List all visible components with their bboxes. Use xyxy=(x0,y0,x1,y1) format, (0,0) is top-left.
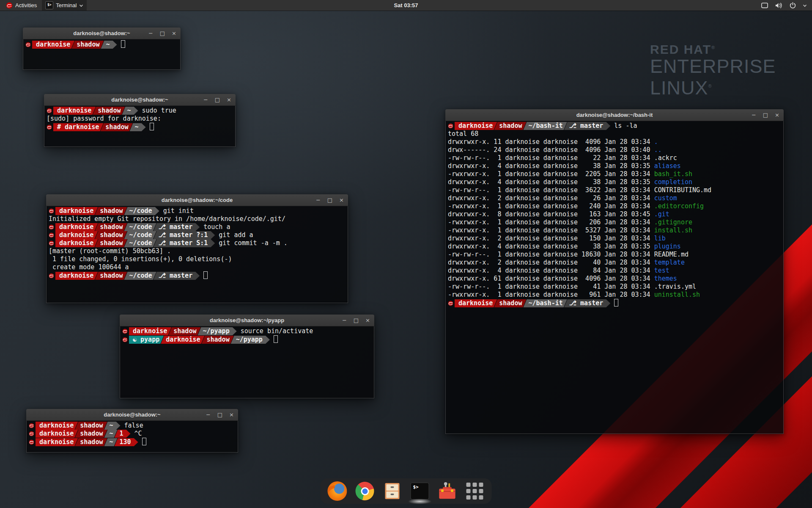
output-line: -rw-rw-r--. 1 darknoise darknoise 18630 … xyxy=(448,251,781,259)
redhat-prompt-icon xyxy=(47,124,52,130)
redhat-prompt-icon xyxy=(29,431,35,436)
prompt-segment: darknoise xyxy=(129,327,171,335)
redhat-prompt-icon xyxy=(49,208,55,214)
activities-button[interactable]: Activities xyxy=(3,0,39,11)
maximize-button[interactable]: □ xyxy=(763,109,768,121)
prompt-segment: ⎇ master xyxy=(154,223,200,231)
prompt-segment: ~/code xyxy=(124,231,156,239)
terminal-content[interactable]: darknoiseshadow~ xyxy=(23,39,181,70)
terminal-cursor xyxy=(121,40,125,48)
system-tray[interactable] xyxy=(761,0,807,11)
output-text: -rwxrwxr-x. 1 darknoise darknoise 961 Ja… xyxy=(448,291,654,298)
minimize-button[interactable]: − xyxy=(316,194,321,206)
maximize-button[interactable]: □ xyxy=(354,315,359,326)
window-titlebar[interactable]: darknoise@shadow:~ − □ × xyxy=(44,94,236,106)
window-titlebar[interactable]: darknoise@shadow:~/code − □ × xyxy=(46,194,348,206)
prompt-segment: shadow xyxy=(95,272,127,280)
output-text: drwxrwxr-x. 4 darknoise darknoise 38 Jan… xyxy=(448,162,654,170)
command-text: git add a xyxy=(215,231,253,239)
output-line: drwxrwxr-x. 4 darknoise darknoise 38 Jan… xyxy=(448,162,781,170)
dock-item-chrome[interactable] xyxy=(355,481,375,501)
dock-item-firefox[interactable] xyxy=(328,481,347,501)
prompt-line: darknoiseshadow~/code⎇ master touch a xyxy=(49,223,346,231)
output-text: .travis.yml xyxy=(654,283,696,290)
close-button[interactable]: × xyxy=(229,409,234,420)
maximize-button[interactable]: □ xyxy=(217,409,222,420)
app-menu-label: Terminal xyxy=(56,2,77,8)
close-button[interactable]: × xyxy=(172,28,176,39)
prompt-segment: 130 xyxy=(115,438,138,446)
output-line: -rwxrwxr-x. 1 darknoise darknoise 2205 J… xyxy=(448,170,781,178)
prompt-segment: ~/code xyxy=(124,207,159,215)
output-line: drwxrwxr-x. 8 darknoise darknoise 163 Ja… xyxy=(448,210,781,218)
close-button[interactable]: × xyxy=(339,194,344,206)
dock-item-terminal[interactable]: $> xyxy=(410,481,430,501)
output-text: -rwxrwxr-x. 1 darknoise darknoise 206 Ja… xyxy=(448,218,654,226)
minimize-button[interactable]: − xyxy=(342,315,347,326)
output-line: -rwxrwxr-x. 1 darknoise darknoise 206 Ja… xyxy=(448,218,781,226)
terminal-window-exitcodes: darknoise@shadow:~ − □ × darknoiseshadow… xyxy=(26,409,238,453)
prompt-line: darknoiseshadow~/pyapp source bin/activa… xyxy=(122,327,372,335)
chevron-down-icon[interactable] xyxy=(803,4,807,7)
terminal-content[interactable]: darknoiseshadow~/code git initInitialize… xyxy=(46,206,348,303)
terminal-content[interactable]: darknoiseshadow~ sudo true[sudo] passwor… xyxy=(44,106,236,147)
output-line: Initialized empty Git repository in /hom… xyxy=(49,215,346,223)
window-titlebar[interactable]: darknoise@shadow:~ − □ × xyxy=(26,409,238,421)
maximize-button[interactable]: □ xyxy=(327,194,332,206)
output-line: drwxrwxr-x. 61 darknoise darknoise 4096 … xyxy=(448,275,781,283)
prompt-segment: shadow xyxy=(95,239,127,247)
maximize-button[interactable]: □ xyxy=(215,94,220,105)
display-icon[interactable] xyxy=(761,2,768,9)
prompt-segment: ☯ pyapp xyxy=(129,336,164,344)
dock-item-app-grid[interactable] xyxy=(465,481,485,501)
output-line: drwxrwxr-x. 11 darknoise darknoise 4096 … xyxy=(448,138,781,146)
close-button[interactable]: × xyxy=(365,315,370,326)
prompt-line: darknoiseshadow~/bash-it⎇ master ls -la xyxy=(448,122,781,130)
output-text: . xyxy=(654,138,658,146)
minimize-button[interactable]: − xyxy=(203,94,208,105)
minimize-button[interactable]: − xyxy=(752,109,756,121)
volume-icon[interactable] xyxy=(775,2,783,9)
window-titlebar[interactable]: darknoise@shadow:~/pyapp − □ × xyxy=(120,315,374,326)
redhat-prompt-icon xyxy=(47,108,52,113)
prompt-segment: shadow xyxy=(75,438,107,446)
clock[interactable]: Sat 03:57 xyxy=(394,2,418,8)
output-line: [master (root-commit) 50bcb63] . xyxy=(49,247,346,255)
command-text: ^C xyxy=(131,430,142,437)
app-menu-terminal[interactable]: $> Terminal xyxy=(42,0,87,11)
output-text: bash_it.sh xyxy=(654,170,692,178)
output-line: drwxrwxr-x. 4 darknoise darknoise 38 Jan… xyxy=(448,178,781,186)
terminal-content[interactable]: darknoiseshadow~/bash-it⎇ master ls -lat… xyxy=(445,121,784,434)
prompt-segment: ⎇ master xyxy=(564,299,611,307)
window-titlebar[interactable]: darknoise@shadow:~/bash-it − □ × xyxy=(445,109,784,121)
dock-item-files[interactable] xyxy=(383,481,402,501)
chrome-icon xyxy=(356,482,374,500)
prompt-line: darknoiseshadow~/code⎇ master xyxy=(49,271,346,279)
output-text: .git xyxy=(654,210,669,218)
terminal-content[interactable]: darknoiseshadow~/pyapp source bin/activa… xyxy=(120,326,374,398)
prompt-segment: shadow xyxy=(75,430,107,438)
window-titlebar[interactable]: darknoise@shadow:~ − □ × xyxy=(23,28,181,39)
command-text: touch a xyxy=(200,223,230,231)
window-title: darknoise@shadow:~/pyapp xyxy=(210,317,284,323)
output-text: -rwxrwxr-x. 1 darknoise darknoise 2205 J… xyxy=(448,170,654,178)
power-icon[interactable] xyxy=(789,2,796,9)
output-text: README.md xyxy=(654,251,689,258)
redhat-prompt-icon xyxy=(49,224,55,230)
output-text: -rwxrwxr-x. 1 darknoise darknoise 240 Ja… xyxy=(448,202,654,210)
output-line: drwxrwxr-x. 4 darknoise darknoise 84 Jan… xyxy=(448,267,781,275)
rhel-logo-brand: RED HAT® xyxy=(650,42,776,57)
output-line: drwxrwxr-x. 2 darknoise darknoise 26 Jan… xyxy=(448,194,781,202)
maximize-button[interactable]: □ xyxy=(160,28,165,39)
close-button[interactable]: × xyxy=(775,109,779,121)
output-text: completion xyxy=(654,178,692,186)
dock-item-toolbox[interactable] xyxy=(438,481,457,501)
minimize-button[interactable]: − xyxy=(206,409,211,420)
toolbox-icon xyxy=(438,482,457,500)
prompt-segment: ~/code xyxy=(124,239,156,247)
command-text: git init xyxy=(159,207,194,215)
close-button[interactable]: × xyxy=(227,94,231,105)
prompt-segment: darknoise xyxy=(161,336,204,344)
minimize-button[interactable]: − xyxy=(148,28,153,39)
terminal-content[interactable]: darknoiseshadow~ falsedarknoiseshadow~1 … xyxy=(26,421,238,453)
